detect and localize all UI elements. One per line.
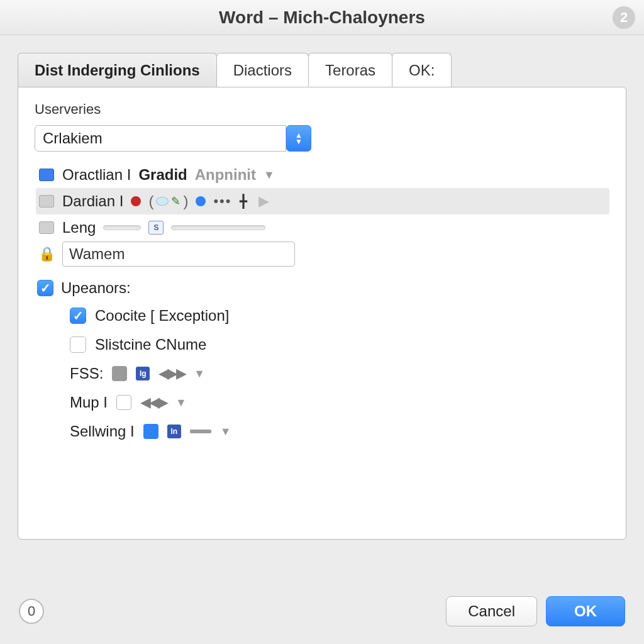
combo-input[interactable] (35, 125, 286, 152)
tab-ok[interactable]: OK: (392, 53, 452, 87)
tab-label: Dist Inderging Cinlions (35, 62, 200, 79)
section-label-userveries: Userveries (35, 101, 609, 118)
chevron-down-icon: ▼ (295, 138, 303, 145)
tab-teroras[interactable]: Teroras (308, 53, 392, 87)
window-title: Word – Mich-Chaloyners (219, 8, 425, 28)
entry-list: Oractlian I Gradid Anpninit ▼ Dardian I … (36, 162, 609, 267)
color-swatch-grey[interactable] (112, 366, 127, 381)
checkbox-slistcine[interactable]: Slistcine CNume (70, 330, 609, 359)
badge-icon: In (167, 425, 181, 438)
expand-arrows-icon[interactable]: ◀▶▶ (158, 365, 185, 382)
wamem-input[interactable] (62, 242, 295, 267)
button-label: Cancel (468, 602, 515, 619)
chevron-down-icon[interactable]: ▼ (194, 367, 205, 380)
checkbox[interactable] (70, 336, 86, 353)
row-text-c: Anpninit (195, 166, 256, 184)
chevron-down-icon[interactable]: ▼ (264, 169, 275, 182)
option-label: Sellwing I (70, 423, 135, 440)
row-oractlian[interactable]: Oractlian I Gradid Anpninit ▼ (36, 162, 609, 188)
combo-stepper[interactable]: ▲ ▼ (286, 125, 311, 152)
tabstrip: Dist Inderging Cinlions Diactiors Terora… (18, 53, 626, 87)
lock-icon: 🔒 (38, 246, 55, 262)
red-dot-icon (131, 196, 141, 206)
color-swatch-white[interactable] (116, 395, 131, 410)
row-leng[interactable]: Leng S (36, 214, 609, 241)
pencil-icon: ✎ (171, 194, 180, 208)
titlebar: Word – Mich-Chaloyners 2 (0, 0, 644, 35)
rewind-arrows-icon[interactable]: ◀◀▶ (140, 394, 167, 411)
folder-icon (38, 167, 55, 183)
mini-card-icon: S (148, 221, 164, 235)
badge-icon: Ig (136, 367, 150, 380)
slider[interactable] (171, 225, 265, 230)
tab-diactiors[interactable]: Diactiors (216, 53, 309, 87)
chevron-down-icon[interactable]: ▼ (220, 425, 231, 438)
row-wamem: 🔒 (36, 241, 609, 267)
button-label: OK (574, 602, 597, 619)
checkbox-label: Upeanors: (61, 279, 131, 297)
tab-label: Teroras (325, 62, 375, 79)
dialog-window: Word – Mich-Chaloyners 2 Dist Inderging … (0, 0, 644, 644)
cancel-button[interactable]: Cancel (446, 596, 537, 626)
tab-panel: Userveries ▲ ▼ Oractlian I Gradid Anpnin… (18, 87, 626, 540)
row-dardian[interactable]: Dardian I (✎) ••• ╋ ▶ (36, 188, 609, 214)
option-label: FSS: (70, 365, 103, 382)
tab-label: Diactiors (233, 62, 292, 79)
connector-icon: ╋ (240, 194, 247, 209)
row-text: Leng (62, 219, 96, 236)
checkbox-label: Slistcine CNume (95, 336, 206, 353)
chevron-down-icon[interactable]: ▼ (175, 396, 187, 409)
option-mup[interactable]: Mup I ◀◀▶ ▼ (70, 388, 609, 417)
checkbox[interactable]: ✓ (70, 308, 86, 324)
option-label: Mup I (70, 394, 108, 411)
row-text-b: Gradid (138, 166, 187, 184)
option-sellwing[interactable]: Sellwing I In ▼ (70, 417, 609, 446)
arrow-right-icon[interactable]: ▶ (258, 193, 269, 209)
ok-button[interactable]: OK (546, 596, 625, 626)
checkbox-coocite[interactable]: ✓ Coocite [ Exception] (70, 301, 609, 330)
tab-dist-inderging[interactable]: Dist Inderging Cinlions (18, 53, 217, 87)
dialog-body: Dist Inderging Cinlions Diactiors Terora… (0, 35, 644, 590)
row-text: Oractlian I (62, 166, 131, 184)
checkbox-upeanors[interactable]: ✓ Upeanors: (35, 275, 609, 301)
checkbox-label: Coocite [ Exception] (95, 307, 229, 325)
checkbox[interactable]: ✓ (37, 280, 53, 296)
tab-label: OK: (409, 62, 435, 79)
footer-counter[interactable]: 0 (19, 599, 44, 624)
row-text: Dardian I (62, 192, 123, 210)
dialog-footer: 0 Cancel OK (0, 590, 644, 644)
oval-icon (156, 197, 169, 206)
option-fss[interactable]: FSS: Ig ◀▶▶ ▼ (70, 359, 609, 388)
titlebar-badge: 2 (613, 6, 635, 29)
folder-icon (38, 219, 55, 236)
folder-icon (38, 193, 55, 209)
combo-crlakiem[interactable]: ▲ ▼ (35, 125, 311, 152)
blue-dot-icon (196, 196, 206, 206)
paren-group: (✎) (148, 192, 188, 210)
dash-icon (190, 430, 211, 433)
slider[interactable] (103, 225, 141, 230)
color-swatch-blue[interactable] (143, 424, 158, 439)
ellipsis-icon[interactable]: ••• (213, 193, 231, 209)
